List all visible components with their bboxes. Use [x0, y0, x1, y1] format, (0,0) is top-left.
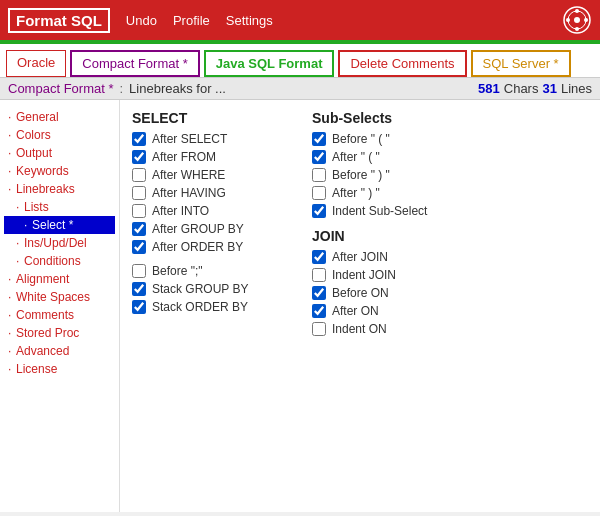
status-chars-label: Chars: [504, 81, 539, 96]
svg-point-5: [584, 18, 588, 22]
cb-indent-on: Indent ON: [312, 322, 472, 336]
menu-settings[interactable]: Settings: [226, 13, 273, 28]
cb-after-group-by: After GROUP BY: [132, 222, 292, 236]
cb-stack-group-by-input[interactable]: [132, 282, 146, 296]
status-lines-count: 31: [542, 81, 556, 96]
cb-before-semicolon: Before ";": [132, 264, 292, 278]
cb-after-from-label[interactable]: After FROM: [152, 150, 216, 164]
status-chars-count: 581: [478, 81, 500, 96]
cb-before-semicolon-label[interactable]: Before ";": [152, 264, 203, 278]
select-title: SELECT: [132, 110, 292, 126]
tabs-bar: Oracle Compact Format * Java SQL Format …: [0, 44, 600, 78]
sidebar-item-keywords[interactable]: Keywords: [4, 162, 115, 180]
svg-point-2: [575, 9, 579, 13]
cb-indent-sub-select: Indent Sub-Select: [312, 204, 472, 218]
cb-after-where-label[interactable]: After WHERE: [152, 168, 225, 182]
status-profile-label: Compact Format *: [8, 81, 113, 96]
cb-after-select: After SELECT: [132, 132, 292, 146]
cb-stack-group-by-label[interactable]: Stack GROUP BY: [152, 282, 248, 296]
cb-stack-order-by-input[interactable]: [132, 300, 146, 314]
cb-after-from-input[interactable]: [132, 150, 146, 164]
cb-stack-order-by: Stack ORDER BY: [132, 300, 292, 314]
cb-before-open-paren-input[interactable]: [312, 132, 326, 146]
cb-indent-sub-select-input[interactable]: [312, 204, 326, 218]
cb-after-open-paren-input[interactable]: [312, 150, 326, 164]
sidebar-item-lists[interactable]: Lists: [4, 198, 115, 216]
tab-java-sql-format[interactable]: Java SQL Format: [204, 50, 335, 77]
cb-after-group-by-label[interactable]: After GROUP BY: [152, 222, 244, 236]
cb-before-on-label[interactable]: Before ON: [332, 286, 389, 300]
cb-after-where: After WHERE: [132, 168, 292, 182]
sidebar-item-general[interactable]: General: [4, 108, 115, 126]
status-bar: Compact Format * : Linebreaks for ... 58…: [0, 78, 600, 100]
cb-after-close-paren-label[interactable]: After " ) ": [332, 186, 380, 200]
cb-before-close-paren-label[interactable]: Before " ) ": [332, 168, 390, 182]
cb-before-open-paren: Before " ( ": [312, 132, 472, 146]
cb-after-into: After INTO: [132, 204, 292, 218]
cb-after-open-paren: After " ( ": [312, 150, 472, 164]
cb-after-join: After JOIN: [312, 250, 472, 264]
cb-before-semicolon-input[interactable]: [132, 264, 146, 278]
sidebar-item-select[interactable]: Select *: [4, 216, 115, 234]
cb-indent-join-input[interactable]: [312, 268, 326, 282]
cb-after-having-input[interactable]: [132, 186, 146, 200]
cb-before-close-paren-input[interactable]: [312, 168, 326, 182]
cb-indent-on-input[interactable]: [312, 322, 326, 336]
cb-before-on: Before ON: [312, 286, 472, 300]
app-icon: [562, 5, 592, 35]
svg-point-6: [574, 17, 580, 23]
cb-after-into-input[interactable]: [132, 204, 146, 218]
cb-stack-order-by-label[interactable]: Stack ORDER BY: [152, 300, 248, 314]
cb-after-where-input[interactable]: [132, 168, 146, 182]
sidebar-item-conditions[interactable]: Conditions: [4, 252, 115, 270]
tab-compact-format[interactable]: Compact Format *: [70, 50, 199, 77]
status-numbers: 581 Chars 31 Lines: [478, 81, 592, 96]
cb-indent-on-label[interactable]: Indent ON: [332, 322, 387, 336]
header-menu: Undo Profile Settings: [126, 13, 273, 28]
cb-after-order-by-input[interactable]: [132, 240, 146, 254]
sidebar-item-white-spaces[interactable]: White Spaces: [4, 288, 115, 306]
app-title: Format SQL: [8, 8, 110, 33]
cb-after-order-by-label[interactable]: After ORDER BY: [152, 240, 243, 254]
tab-delete-comments[interactable]: Delete Comments: [338, 50, 466, 77]
cb-indent-sub-select-label[interactable]: Indent Sub-Select: [332, 204, 427, 218]
cb-after-having-label[interactable]: After HAVING: [152, 186, 226, 200]
cb-after-on-input[interactable]: [312, 304, 326, 318]
svg-point-4: [566, 18, 570, 22]
cb-before-open-paren-label[interactable]: Before " ( ": [332, 132, 390, 146]
cb-after-into-label[interactable]: After INTO: [152, 204, 209, 218]
sidebar-item-stored-proc[interactable]: Stored Proc: [4, 324, 115, 342]
cb-after-on-label[interactable]: After ON: [332, 304, 379, 318]
cb-after-close-paren-input[interactable]: [312, 186, 326, 200]
sidebar-item-linebreaks[interactable]: Linebreaks: [4, 180, 115, 198]
cb-after-join-label[interactable]: After JOIN: [332, 250, 388, 264]
cb-indent-join-label[interactable]: Indent JOIN: [332, 268, 396, 282]
menu-profile[interactable]: Profile: [173, 13, 210, 28]
tab-oracle[interactable]: Oracle: [6, 50, 66, 77]
cb-after-join-input[interactable]: [312, 250, 326, 264]
sidebar-item-ins-upd-del[interactable]: Ins/Upd/Del: [4, 234, 115, 252]
sidebar-item-output[interactable]: Output: [4, 144, 115, 162]
cb-stack-group-by: Stack GROUP BY: [132, 282, 292, 296]
sidebar-item-colors[interactable]: Colors: [4, 126, 115, 144]
cb-after-on: After ON: [312, 304, 472, 318]
cb-after-open-paren-label[interactable]: After " ( ": [332, 150, 380, 164]
sidebar-item-license[interactable]: License: [4, 360, 115, 378]
cb-after-group-by-input[interactable]: [132, 222, 146, 236]
sub-selects-title: Sub-Selects: [312, 110, 472, 126]
menu-undo[interactable]: Undo: [126, 13, 157, 28]
right-column: Sub-Selects Before " ( " After " ( " Bef…: [312, 110, 472, 340]
cb-before-close-paren: Before " ) ": [312, 168, 472, 182]
svg-point-3: [575, 27, 579, 31]
content-columns: SELECT After SELECT After FROM After WHE…: [132, 110, 588, 340]
sidebar-item-advanced[interactable]: Advanced: [4, 342, 115, 360]
cb-after-select-input[interactable]: [132, 132, 146, 146]
cb-after-having: After HAVING: [132, 186, 292, 200]
header: Format SQL Undo Profile Settings: [0, 0, 600, 40]
cb-after-select-label[interactable]: After SELECT: [152, 132, 227, 146]
join-section: JOIN After JOIN Indent JOIN Before ON: [312, 228, 472, 336]
cb-before-on-input[interactable]: [312, 286, 326, 300]
sidebar-item-comments[interactable]: Comments: [4, 306, 115, 324]
tab-sql-server[interactable]: SQL Server *: [471, 50, 571, 77]
sidebar-item-alignment[interactable]: Alignment: [4, 270, 115, 288]
